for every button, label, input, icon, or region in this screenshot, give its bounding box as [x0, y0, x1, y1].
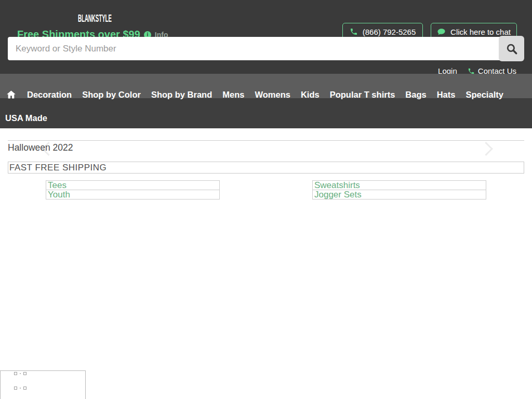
nav-item-mens[interactable]: Mens	[222, 90, 244, 100]
dot-icon	[20, 373, 21, 374]
nav-row-primary: Decoration Shop by Color Shop by Brand M…	[6, 87, 503, 102]
nav-item-popular-t-shirts[interactable]: Popular T shirts	[330, 90, 395, 100]
list-item: Jogger Sets	[312, 190, 486, 200]
chat-widget-placeholder[interactable]	[0, 370, 86, 399]
nav-item-usa-made[interactable]: USA Made	[5, 113, 47, 123]
category-link-tees[interactable]: Tees	[46, 181, 66, 190]
home-icon[interactable]	[6, 89, 17, 100]
list-item: Tees	[46, 180, 220, 190]
list-item: Youth	[46, 190, 220, 200]
nav-row-secondary: USA Made	[5, 111, 47, 125]
phone-number: (866) 792-5265	[363, 28, 416, 36]
category-link-sweatshirts[interactable]: Sweatshirts	[313, 181, 360, 190]
category-links-left: Tees Youth	[46, 180, 220, 200]
search-button[interactable]	[499, 36, 524, 61]
nav-item-womens[interactable]: Womens	[255, 90, 290, 100]
top-divider	[8, 140, 524, 141]
search-input[interactable]	[8, 37, 500, 60]
placeholder-image-icon	[14, 387, 26, 390]
broken-image-icon	[14, 387, 17, 390]
nav-item-shop-by-brand[interactable]: Shop by Brand	[151, 90, 212, 100]
nav-item-decoration[interactable]: Decoration	[27, 90, 72, 100]
broken-image-icon	[23, 372, 26, 375]
search-bar	[8, 36, 524, 61]
chat-icon	[437, 28, 446, 36]
list-item: Sweatshirts	[312, 180, 486, 190]
shipping-banner-text: FAST FREE SHIPPING	[8, 163, 107, 173]
carousel-next-icon[interactable]	[479, 142, 493, 156]
header: BLANKSTYLE Free Shipments over $99 i Inf…	[0, 0, 532, 74]
phone-icon	[350, 28, 358, 36]
search-icon	[505, 42, 518, 56]
broken-image-icon	[14, 372, 17, 375]
main-nav: Decoration Shop by Color Shop by Brand M…	[0, 74, 532, 128]
broken-image-icon	[23, 387, 26, 390]
nav-item-hats[interactable]: Hats	[437, 90, 456, 100]
dot-icon	[20, 388, 21, 389]
placeholder-image-icon	[14, 372, 26, 375]
nav-item-shop-by-color[interactable]: Shop by Color	[82, 90, 141, 100]
chat-label: Click here to chat	[450, 28, 511, 36]
logo[interactable]: BLANKSTYLE	[78, 12, 112, 24]
nav-item-bags[interactable]: Bags	[405, 90, 426, 100]
shipping-banner: FAST FREE SHIPPING	[8, 162, 524, 174]
page: BLANKSTYLE Free Shipments over $99 i Inf…	[0, 0, 532, 399]
category-link-youth[interactable]: Youth	[46, 190, 70, 199]
nav-item-specialty[interactable]: Specialty	[466, 90, 503, 100]
nav-item-kids[interactable]: Kids	[301, 90, 320, 100]
category-link-jogger-sets[interactable]: Jogger Sets	[313, 190, 362, 199]
category-links-right: Sweatshirts Jogger Sets	[312, 180, 486, 200]
page-title: Halloween 2022	[8, 142, 73, 153]
